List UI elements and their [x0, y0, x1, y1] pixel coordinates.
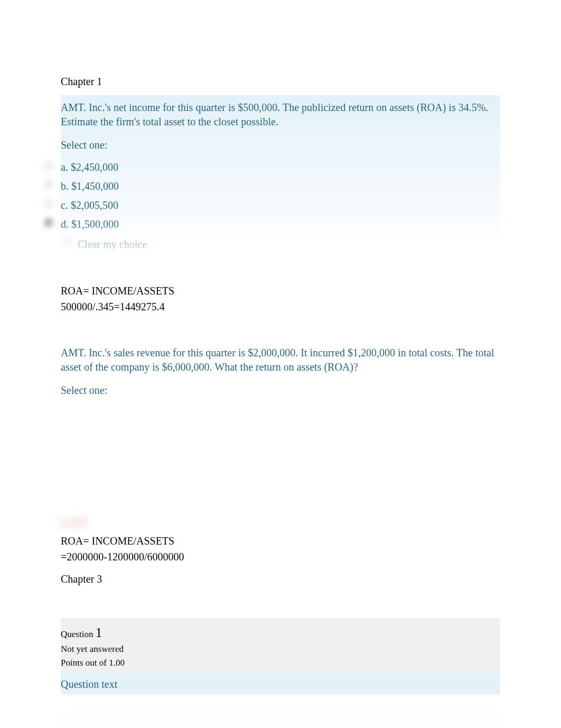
- select-one-label: Select one:: [61, 137, 500, 152]
- option-label: c. $2,005,500: [61, 199, 118, 211]
- option-d[interactable]: d. $1,500,000: [61, 217, 500, 232]
- blurred-answer: a. 13.3: [61, 516, 500, 529]
- question-text-header: Question text: [61, 674, 500, 695]
- question-number-row: Question 1: [61, 623, 500, 642]
- question-1-text: AMT. Inc.'s net income for this quarter …: [61, 100, 500, 129]
- question-1-options: a. $2,450,000 b. $1,450,000 c. $2,005,50…: [61, 160, 500, 252]
- clear-my-choice-link[interactable]: Clear my choice: [78, 238, 147, 250]
- notes-line: ROA= INCOME/ASSETS: [61, 533, 500, 548]
- question-info-block: Question 1 Not yet answered Points out o…: [61, 618, 500, 674]
- notes-line: ROA= INCOME/ASSETS: [61, 283, 500, 298]
- question-status: Not yet answered: [61, 643, 500, 656]
- question-label: Question: [61, 629, 96, 639]
- option-c[interactable]: c. $2,005,500: [61, 198, 500, 213]
- option-label: d. $1,500,000: [61, 218, 119, 230]
- notes-line: =2000000-1200000/6000000: [61, 549, 500, 564]
- notes-1: ROA= INCOME/ASSETS 500000/.345=1449275.4: [61, 283, 500, 314]
- clear-icon: [62, 238, 71, 247]
- radio-icon: [44, 180, 53, 189]
- question-2-text: AMT. Inc.'s sales revenue for this quart…: [61, 346, 500, 374]
- option-label: a. $2,450,000: [61, 161, 118, 173]
- notes-2: ROA= INCOME/ASSETS =2000000-1200000/6000…: [61, 533, 500, 564]
- clear-choice-row: Clear my choice: [61, 237, 500, 252]
- question-points: Points out of 1.00: [61, 657, 500, 669]
- option-label: b. $1,450,000: [61, 180, 119, 192]
- option-a[interactable]: a. $2,450,000: [61, 160, 500, 174]
- notes-line: 500000/.345=1449275.4: [61, 299, 500, 314]
- chapter-3-heading: Chapter 3: [61, 572, 500, 586]
- select-one-label: Select one:: [61, 383, 500, 398]
- blurred-content-area: [61, 700, 500, 728]
- question-2-block: AMT. Inc.'s sales revenue for this quart…: [61, 340, 500, 410]
- chapter-1-heading: Chapter 1: [61, 74, 500, 89]
- question-number: 1: [96, 625, 102, 640]
- radio-icon: [44, 218, 53, 227]
- radio-icon: [44, 161, 53, 170]
- option-b[interactable]: b. $1,450,000: [61, 179, 500, 193]
- question-1-block: AMT. Inc.'s net income for this quarter …: [61, 95, 500, 257]
- radio-icon: [44, 199, 53, 208]
